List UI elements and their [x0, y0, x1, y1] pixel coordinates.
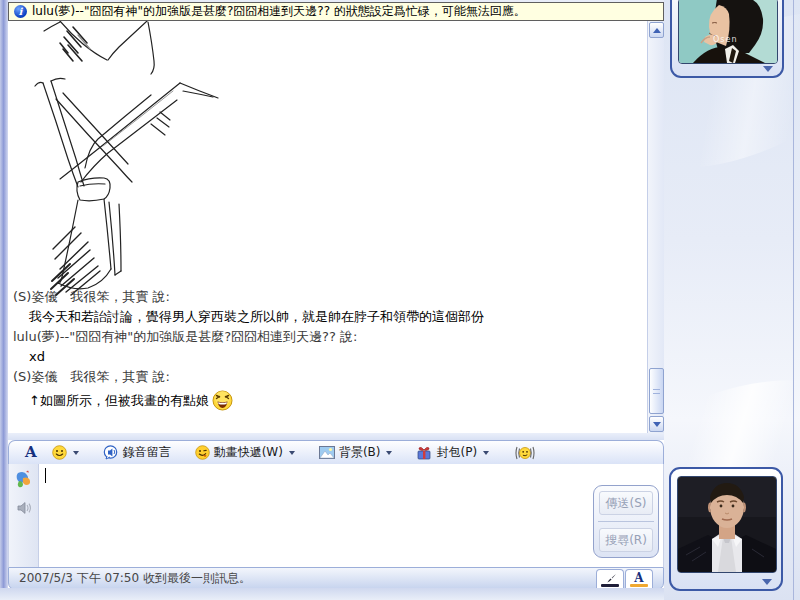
message-sender: (S)姿儀 我很笨，其實 說:	[13, 287, 633, 307]
message-text: 我今天和若詒討論，覺得男人穿西裝之所以帥，就是帥在脖子和領帶的這個部份	[13, 307, 633, 327]
display-picture-menu-arrow-icon[interactable]	[762, 579, 772, 585]
search-button[interactable]: 搜尋(R)	[599, 528, 653, 552]
background-button[interactable]: 背景(B)	[314, 442, 398, 463]
chat-scrollbar[interactable]	[647, 21, 664, 433]
conversation-window: i lulu(夢)--"囧囧有神"的加強版是甚麼?囧囧相連到天邊?? 的狀態設定…	[8, 2, 664, 588]
font-button[interactable]: A	[17, 445, 45, 460]
message-sender: (S)姿儀 我很笨，其實 說:	[13, 367, 633, 387]
message-list: (S)姿儀 我很笨，其實 說: 我今天和若詒討論，覺得男人穿西裝之所以帥，就是帥…	[13, 287, 633, 411]
busy-status-text: lulu(夢)--"囧囧有神"的加強版是甚麼?囧囧相連到天邊?? 的狀態設定爲忙…	[32, 3, 526, 20]
text-mode-tab[interactable]: A	[625, 569, 653, 589]
ink-splash-icon	[14, 469, 34, 489]
window-bottom-border	[0, 588, 664, 600]
pen-icon	[602, 573, 618, 584]
voice-clip-button[interactable]: 錄音留言	[98, 442, 176, 463]
busy-status-notice-bar: i lulu(夢)--"囧囧有神"的加強版是甚麼?囧囧相連到天邊?? 的狀態設定…	[8, 2, 664, 21]
self-photo	[678, 477, 776, 572]
chat-history[interactable]: (S)姿儀 我很笨，其實 說: 我今天和若詒討論，覺得男人穿西裝之所以帥，就是帥…	[8, 21, 664, 433]
display-picture-panel: Osen	[664, 0, 800, 600]
ink-color-tool-button[interactable]	[11, 466, 36, 491]
ink-underline-icon	[601, 584, 619, 587]
input-mode-tabs: A	[596, 569, 653, 589]
nudge-button[interactable]	[508, 443, 542, 463]
handwriting-mode-tab[interactable]	[596, 569, 624, 589]
dropdown-arrow-icon	[483, 451, 489, 455]
chevron-down-icon	[653, 422, 661, 427]
window-left-border	[0, 0, 8, 600]
speaker-icon	[15, 500, 33, 516]
composer-side-toolbar	[9, 464, 39, 567]
dropdown-arrow-icon	[386, 451, 392, 455]
laughing-emoticon-icon	[212, 390, 233, 411]
scrollbar-thumb[interactable]	[649, 368, 664, 414]
gift-box-icon	[416, 445, 432, 460]
scroll-up-button[interactable]	[649, 22, 664, 38]
chat-composer-splitter[interactable]	[8, 433, 664, 440]
status-bar: 2007/5/3 下午 07:50 收到最後一則訊息。 A	[8, 567, 664, 590]
contact-display-picture-frame: Osen	[670, 0, 784, 78]
scroll-down-button[interactable]	[649, 416, 664, 432]
composer-toolbar: A 錄音留言	[8, 440, 664, 464]
panel-edge-line	[793, 0, 794, 600]
audio-mute-button[interactable]	[11, 495, 36, 520]
send-search-group: 傳送(S) 搜尋(R)	[593, 485, 659, 558]
voice-bubble-icon	[103, 445, 119, 460]
info-icon: i	[14, 5, 27, 18]
photo-watermark: Osen	[713, 35, 737, 44]
last-message-timestamp: 2007/5/3 下午 07:50 收到最後一則訊息。	[19, 570, 251, 587]
contact-photo	[679, 0, 777, 63]
message-text: ↑如圖所示，但被我畫的有點娘	[13, 390, 633, 411]
smiley-icon	[52, 445, 67, 460]
emoticon-picker-button[interactable]	[47, 443, 84, 462]
text-caret	[45, 468, 46, 483]
dropdown-arrow-icon	[289, 451, 295, 455]
message-input-area[interactable]: 傳送(S) 搜尋(R)	[8, 464, 664, 567]
self-display-picture-frame	[669, 467, 783, 591]
message-text: xd	[13, 347, 633, 367]
text-mode-label: A	[634, 572, 643, 584]
chevron-up-icon	[653, 28, 661, 33]
button-divider	[598, 521, 654, 522]
package-button[interactable]: 封包(P)	[411, 442, 494, 463]
wink-smiley-icon	[195, 445, 210, 460]
display-picture-menu-arrow-icon[interactable]	[763, 66, 773, 72]
contact-display-picture: Osen	[678, 0, 778, 64]
background-image-icon	[319, 446, 335, 459]
message-sender: lulu(夢)--"囧囧有神"的加強版是甚麼?囧囧相連到天邊?? 說:	[13, 327, 633, 347]
self-display-picture	[677, 476, 777, 573]
send-button[interactable]: 傳送(S)	[599, 491, 653, 515]
text-underline-icon	[630, 584, 648, 587]
dropdown-arrow-icon	[73, 451, 79, 455]
thumb-grip-icon	[653, 389, 660, 394]
nudge-icon	[513, 445, 537, 461]
wink-animation-button[interactable]: 動畫快遞(W)	[190, 442, 300, 463]
